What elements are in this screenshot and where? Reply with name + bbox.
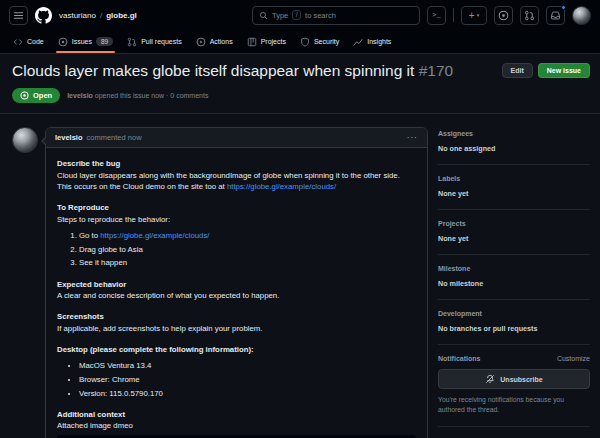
- comment-thread: levelsio commented now ··· Describe the …: [12, 127, 428, 438]
- breadcrumb-owner[interactable]: vasturiano: [59, 11, 96, 20]
- inbox-button[interactable]: [546, 6, 565, 25]
- tab-projects[interactable]: Projects: [240, 30, 293, 53]
- issue-opened-icon: [498, 10, 509, 21]
- breadcrumb: vasturiano / globe.gl: [59, 11, 137, 20]
- comment-author[interactable]: levelsio: [55, 133, 83, 142]
- section-heading: To Reproduce: [57, 202, 416, 213]
- edit-button[interactable]: Edit: [502, 63, 533, 78]
- sidebar-section-projects[interactable]: Projects None yet: [438, 210, 590, 255]
- list-item: Browser: Chrome: [79, 374, 416, 385]
- section-heading: Additional context: [57, 409, 416, 420]
- slash-key-hint: /: [292, 10, 301, 20]
- comment-header: levelsio commented now ···: [46, 128, 427, 148]
- tab-label: Security: [314, 38, 339, 45]
- list-item: Drag globe to Asia: [79, 244, 416, 255]
- tab-label: Actions: [210, 38, 233, 45]
- command-palette-icon: >_: [432, 11, 440, 19]
- sidebar-section-value: No branches or pull requests: [438, 324, 590, 333]
- comment-author-avatar[interactable]: [12, 127, 38, 153]
- tab-label: Code: [27, 38, 44, 45]
- repo-nav: Code Issues 89 Pull requests Actions Pro…: [0, 30, 600, 54]
- describe-bug-block: Describe the bug Cloud layer disappears …: [57, 158, 416, 192]
- hamburger-menu-button[interactable]: [9, 6, 28, 25]
- git-pull-request-icon: [524, 10, 535, 21]
- sidebar-section-value: None yet: [438, 234, 590, 243]
- header-content-divider: [0, 113, 600, 114]
- comment-body: Describe the bug Cloud layer disappears …: [46, 148, 427, 438]
- command-palette-button[interactable]: >_: [427, 6, 446, 25]
- plus-icon: +: [469, 10, 475, 21]
- github-logo-icon[interactable]: [35, 7, 52, 24]
- screenshots-block: Screenshots If applicable, add screensho…: [57, 311, 416, 334]
- unread-notification-dot: [561, 5, 566, 10]
- additional-context-block: Additional context Attached image dmeo: [57, 409, 416, 438]
- search-placeholder-prefix: Type: [272, 11, 288, 20]
- shield-icon: [300, 37, 310, 47]
- code-icon: [13, 37, 23, 47]
- sidebar-section-value: No one assigned: [438, 144, 590, 153]
- sidebar-section-milestone[interactable]: Milestone No milestone: [438, 255, 590, 300]
- breadcrumb-repo[interactable]: globe.gl: [106, 11, 137, 20]
- sidebar-section-development[interactable]: Development No branches or pull requests: [438, 300, 590, 345]
- clouds-demo-link[interactable]: https://globe.gl/example/clouds/: [100, 231, 209, 240]
- section-heading: Describe the bug: [57, 158, 416, 169]
- create-new-button[interactable]: + ▾: [461, 6, 487, 25]
- sidebar-section-notifications: Notifications Customize Unsubscribe You'…: [438, 345, 590, 427]
- tab-pull-requests[interactable]: Pull requests: [120, 30, 188, 53]
- tab-code[interactable]: Code: [6, 30, 51, 53]
- customize-link[interactable]: Customize: [557, 355, 590, 362]
- sidebar-section-title: Projects: [438, 220, 590, 227]
- issues-count-badge: 89: [96, 37, 113, 46]
- inbox-icon: [550, 10, 561, 21]
- issue-opened-icon: [20, 91, 29, 100]
- title-actions: Edit New issue: [502, 61, 590, 78]
- issue-byline: levelsio opened this issue now · 0 comme…: [67, 92, 208, 99]
- section-text: If applicable, add screenshots to help e…: [57, 323, 416, 334]
- git-pull-request-icon: [127, 37, 137, 47]
- section-text: Steps to reproduce the behavior:: [57, 214, 416, 225]
- list-item: See it happen: [79, 257, 416, 268]
- sidebar-section-participants: 1 participant: [438, 427, 590, 438]
- sidebar-section-value: None yet: [438, 189, 590, 198]
- issue-title-row: Clouds layer makes globe itself disappea…: [12, 61, 590, 80]
- tab-actions[interactable]: Actions: [189, 30, 240, 53]
- step-text: Go to: [79, 231, 100, 240]
- sidebar-section-title: Assignees: [438, 130, 590, 137]
- issues-header-button[interactable]: [494, 6, 513, 25]
- status-badge: Open: [12, 88, 60, 103]
- sidebar-section-value: No milestone: [438, 279, 590, 288]
- issue-author[interactable]: levelsio: [67, 92, 93, 99]
- notifications-header: Notifications Customize: [438, 355, 590, 362]
- search-input[interactable]: Type / to search: [252, 6, 420, 25]
- user-avatar[interactable]: [572, 6, 591, 25]
- desktop-info-block: Desktop (please complete the following i…: [57, 344, 416, 399]
- section-heading: Expected behavior: [57, 279, 416, 290]
- unsubscribe-button[interactable]: Unsubscribe: [438, 369, 590, 389]
- kebab-menu-icon[interactable]: ···: [407, 133, 418, 142]
- sidebar-section-labels[interactable]: Labels None yet: [438, 165, 590, 210]
- status-label: Open: [33, 91, 52, 100]
- new-issue-button[interactable]: New issue: [538, 63, 590, 78]
- issue-opened-icon: [58, 37, 68, 47]
- sidebar-section-title: Milestone: [438, 265, 590, 272]
- issue-comment: levelsio commented now ··· Describe the …: [45, 127, 428, 438]
- tab-issues[interactable]: Issues 89: [51, 30, 120, 53]
- breadcrumb-separator: /: [100, 11, 102, 20]
- section-text: Attached image dmeo: [57, 420, 416, 431]
- tab-security[interactable]: Security: [293, 30, 346, 53]
- unsubscribe-label: Unsubscribe: [500, 376, 542, 383]
- tab-label: Projects: [261, 38, 286, 45]
- issue-number: #170: [419, 62, 453, 79]
- desktop-info-list: MacOS Ventura 13.4 Browser: Chrome Versi…: [57, 360, 416, 399]
- sidebar-section-assignees[interactable]: Assignees No one assigned: [438, 127, 590, 165]
- tab-insights[interactable]: Insights: [346, 30, 398, 53]
- pull-requests-header-button[interactable]: [520, 6, 539, 25]
- bell-slash-icon: [485, 374, 495, 384]
- clouds-demo-link[interactable]: https://globe.gl/example/clouds/: [227, 182, 336, 191]
- search-icon: [259, 11, 268, 20]
- issue-meta-text: opened this issue now · 0 comments: [95, 92, 209, 99]
- tab-label: Pull requests: [141, 38, 181, 45]
- page-title: Clouds layer makes globe itself disappea…: [12, 61, 453, 80]
- tab-label: Issues: [72, 38, 92, 45]
- section-heading: Desktop (please complete the following i…: [57, 344, 416, 355]
